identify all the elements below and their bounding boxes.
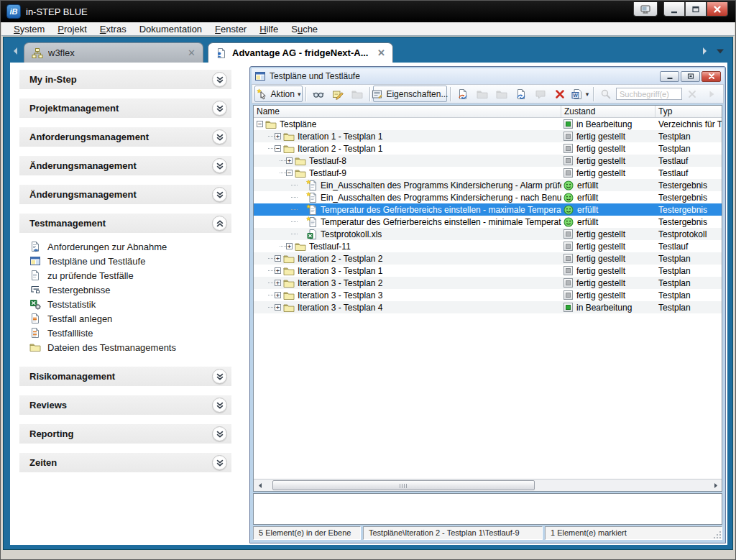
tree-column-headers: NameZustandTyp — [254, 106, 722, 118]
tab-w3flex[interactable]: w3flex ✕ — [24, 42, 203, 63]
sidebar-section-zeiten[interactable]: Zeiten — [19, 453, 231, 472]
chevron-double-down-icon[interactable] — [212, 426, 227, 441]
tree-row-iteration-2-testplan-1[interactable]: − Iteration 2 - Testplan 1 fertig gestel… — [254, 142, 722, 155]
resize-grip[interactable] — [713, 531, 721, 538]
tree-row-iteration-3-testplan-3[interactable]: + Iteration 3 - Testplan 3 fertig gestel… — [254, 289, 722, 301]
scroll-right-icon[interactable] — [709, 479, 722, 491]
tree-row-ein-ausschalten-des-programms-kindersich[interactable]: Ein_Ausschalten des Programms Kindersich… — [254, 191, 722, 203]
menu-system[interactable]: System — [7, 23, 51, 35]
horizontal-scrollbar[interactable] — [254, 479, 722, 491]
sidebar-item-testergebnisse[interactable]: Testergebnisse — [29, 283, 231, 297]
tree-row-iteration-1-testplan-1[interactable]: + Iteration 1 - Testplan 1 fertig gestel… — [254, 130, 722, 142]
chevron-double-down-icon[interactable] — [212, 72, 227, 87]
menu-suche[interactable]: Suche — [285, 23, 324, 35]
tree-row-testlauf-11[interactable]: + Testlauf-11 fertig gestellt Testlauf — [254, 240, 722, 252]
scroll-left-icon[interactable] — [254, 479, 266, 491]
chevron-double-down-icon[interactable] — [212, 455, 227, 470]
tab-close-icon[interactable]: ✕ — [377, 50, 385, 57]
tree-connector — [268, 136, 275, 137]
expand-icon[interactable]: + — [275, 255, 281, 262]
tab-list-dropdown-button[interactable] — [714, 43, 727, 59]
collapse-icon[interactable]: − — [286, 170, 293, 176]
sidebar-section-reviews[interactable]: Reviews — [19, 395, 231, 415]
sidebar-item-testfall-anlegen[interactable]: Testfall anlegen — [29, 311, 231, 326]
sidebar-section-projektmanagement[interactable]: Projektmanagement — [19, 98, 231, 118]
collapse-icon[interactable]: − — [275, 145, 281, 152]
tree-row-iteration-2-testplan-2[interactable]: + Iteration 2 - Testplan 2 fertig gestel… — [254, 252, 722, 265]
column-header-name[interactable]: Name — [254, 106, 561, 117]
tree-row-ein-ausschalten-des-programms-kindersich[interactable]: Ein_Ausschalten des Programms Kindersich… — [254, 179, 722, 191]
column-header-zustand[interactable]: Zustand — [561, 106, 656, 117]
sidebar-section-aenderungsmanagement[interactable]: Änderungsmanagement — [19, 185, 231, 204]
session-monitor-button[interactable] — [633, 2, 658, 17]
sidebar-section-anforderungsmanagement[interactable]: Anforderungsmanagement — [19, 127, 231, 147]
tree-row-temperatur-des-gefrierbereichs-einstelle[interactable]: Temperatur des Gefrierbereichs einstelle… — [254, 216, 722, 228]
chevron-double-down-icon[interactable] — [212, 398, 227, 413]
expand-icon[interactable]: + — [275, 133, 281, 139]
scrollbar-thumb[interactable] — [272, 480, 535, 490]
sidebar-section-reporting[interactable]: Reporting — [19, 424, 231, 444]
chevron-double-down-icon[interactable] — [212, 129, 227, 144]
cell-type: Testplan — [656, 142, 722, 155]
sidebar-section-aenderungsmanagement[interactable]: Änderungsmanagement — [19, 156, 231, 175]
properties-button[interactable]: Eigenschaften... — [373, 86, 447, 102]
menu-fenster[interactable]: Fenster — [208, 23, 253, 35]
expand-icon[interactable]: + — [286, 157, 293, 164]
chevron-double-down-icon[interactable] — [212, 158, 227, 173]
expand-icon[interactable]: + — [275, 280, 281, 286]
chevron-double-down-icon[interactable] — [212, 369, 227, 384]
window-maximize-button[interactable] — [681, 71, 700, 82]
tree-row-testplaene[interactable]: − Testpläne in Bearbeitung Verzeichnis f… — [254, 118, 722, 130]
type-label: Testplan — [658, 290, 691, 300]
checkout-document-button[interactable] — [454, 86, 472, 102]
tree-row-iteration-3-testplan-4[interactable]: + Iteration 3 - Testplan 4 in Bearbeitun… — [254, 301, 722, 313]
chevron-double-down-icon[interactable] — [212, 187, 227, 202]
magnifier-icon — [600, 88, 612, 100]
menu-dokumentation[interactable]: Dokumentation — [133, 23, 208, 35]
sidebar-section-my-in-step[interactable]: My in-Step — [19, 70, 231, 89]
action-button[interactable]: Aktion▾ — [254, 86, 303, 102]
sidebar-item-anforderungen-zur-abnahme[interactable]: Anforderungen zur Abnahme — [29, 239, 231, 254]
search-input[interactable] — [616, 88, 682, 100]
menu-projekt[interactable]: Projekt — [51, 23, 93, 35]
tree-row-testlauf-8[interactable]: + Testlauf-8 fertig gestellt Testlauf — [254, 155, 722, 167]
sidebar-item-dateien-des-testmanagements[interactable]: Dateien des Testmanagements — [29, 340, 231, 354]
menu-extras[interactable]: Extras — [93, 23, 133, 35]
expand-icon[interactable]: + — [275, 267, 281, 274]
sidebar-section-testmanagement[interactable]: Testmanagement — [19, 214, 231, 233]
tab-scroll-right-button[interactable] — [698, 43, 711, 59]
tab-advantage-ag-fridgenext-a[interactable]: Advantage AG - fridgeNext-A... ✕ — [208, 42, 393, 63]
expand-icon[interactable]: + — [286, 243, 293, 249]
tab-scroll-left-button[interactable] — [9, 43, 22, 59]
close-button[interactable] — [707, 2, 728, 17]
tree-row-iteration-3-testplan-2[interactable]: + Iteration 3 - Testplan 2 fertig gestel… — [254, 277, 722, 289]
sidebar-item-zu-pruefende-testfaelle[interactable]: zu prüfende Testfälle — [29, 268, 231, 283]
edit-button[interactable] — [328, 86, 347, 102]
delete-button[interactable] — [551, 86, 569, 102]
chevron-double-down-icon[interactable] — [212, 101, 227, 116]
sidebar-item-testfallliste[interactable]: Testfallliste — [29, 326, 231, 340]
tree-row-temperatur-des-gefrierbereichs-einstelle[interactable]: Temperatur des Gefrierbereichs einstelle… — [254, 203, 722, 216]
sidebar-item-teststatistik[interactable]: Teststatistik — [29, 297, 231, 311]
testplans-window-titlebar[interactable]: Testpläne und Testläufe — [252, 68, 724, 84]
sidebar-section-risikomanagement[interactable]: Risikomanagement — [19, 367, 231, 386]
view-button[interactable] — [309, 86, 328, 102]
expand-icon[interactable]: + — [275, 292, 281, 298]
menu-hilfe[interactable]: Hilfe — [253, 23, 285, 35]
minimize-button[interactable] — [663, 2, 685, 17]
window-close-button[interactable] — [702, 71, 721, 82]
tree-row-iteration-3-testplan-1[interactable]: + Iteration 3 - Testplan 1 fertig gestel… — [254, 265, 722, 277]
row-name: Iteration 3 - Testplan 1 — [298, 266, 383, 276]
window-minimize-button[interactable] — [660, 71, 679, 82]
expand-icon[interactable]: + — [275, 304, 281, 311]
column-header-typ[interactable]: Typ — [656, 106, 722, 117]
word-export-button[interactable]: W▾ — [570, 86, 590, 102]
collapse-icon[interactable]: − — [257, 121, 263, 127]
tab-close-icon[interactable]: ✕ — [188, 50, 196, 57]
refresh-document-button[interactable] — [512, 86, 530, 102]
chevron-double-up-icon[interactable] — [212, 216, 227, 231]
tree-row-testlauf-9[interactable]: − Testlauf-9 fertig gestellt Testlauf — [254, 167, 722, 179]
tree-row-testprotokoll-xls[interactable]: Testprotokoll.xls fertig gestellt Testpr… — [254, 228, 722, 240]
maximize-button[interactable] — [685, 2, 707, 17]
sidebar-item-testplaene-und-testlaeufe[interactable]: Testpläne und Testläufe — [29, 254, 231, 268]
